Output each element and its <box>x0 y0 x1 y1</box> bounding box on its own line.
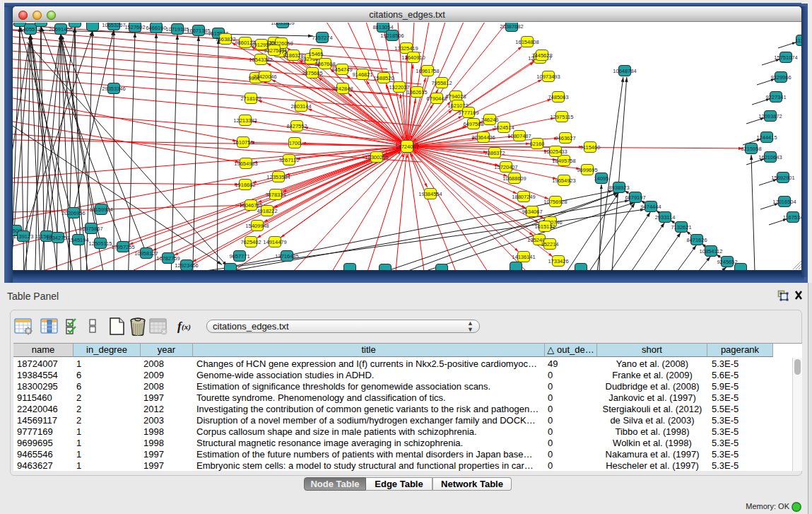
svg-text:9634067: 9634067 <box>522 209 542 215</box>
svg-text:16154808: 16154808 <box>515 39 539 45</box>
svg-text:1588520: 1588520 <box>373 75 394 81</box>
svg-text:19218506: 19218506 <box>380 33 404 39</box>
svg-text:13716485: 13716485 <box>275 253 298 259</box>
svg-text:14136141: 14136141 <box>512 254 535 260</box>
svg-text:1624514: 1624514 <box>493 124 514 131</box>
svg-text:12213382: 12213382 <box>233 117 257 124</box>
svg-text:17016504: 17016504 <box>772 199 796 205</box>
svg-text:12353584: 12353584 <box>266 174 290 180</box>
svg-text:23420046: 23420046 <box>253 74 276 80</box>
svg-text:7625402: 7625402 <box>240 239 261 245</box>
svg-text:10973493: 10973493 <box>536 74 560 80</box>
svg-text:8427552: 8427552 <box>286 123 307 129</box>
svg-text:18807249: 18807249 <box>512 194 535 200</box>
svg-text:1362615: 1362615 <box>406 89 427 95</box>
svg-text:19384554: 19384554 <box>418 191 442 197</box>
svg-text:2803144: 2803144 <box>290 103 311 110</box>
svg-text:10807487: 10807487 <box>507 133 531 139</box>
svg-text:(x): (x) <box>182 322 191 332</box>
svg-text:19654983: 19654983 <box>234 160 257 167</box>
svg-text:152214: 152214 <box>541 241 558 247</box>
svg-text:15751074: 15751074 <box>774 54 797 61</box>
svg-text:1615132: 1615132 <box>534 223 555 230</box>
svg-text:29353346: 29353346 <box>102 86 125 92</box>
svg-text:9115460: 9115460 <box>580 144 601 151</box>
svg-text:1244415: 1244415 <box>756 134 777 141</box>
svg-text:14095: 14095 <box>594 175 609 182</box>
svg-text:1916682: 1916682 <box>235 182 255 188</box>
svg-text:14914479: 14914479 <box>263 239 286 245</box>
svg-text:3267110: 3267110 <box>279 157 300 163</box>
svg-text:11172: 11172 <box>795 37 801 44</box>
svg-text:8813054: 8813054 <box>372 24 393 30</box>
svg-text:12342757: 12342757 <box>46 235 69 241</box>
svg-text:9227341: 9227341 <box>765 94 786 100</box>
svg-text:6794028: 6794028 <box>445 93 466 100</box>
svg-text:9329966: 9329966 <box>770 74 791 81</box>
svg-text:3878334: 3878334 <box>265 192 286 198</box>
svg-text:15692901: 15692901 <box>771 175 794 181</box>
svg-text:10033809: 10033809 <box>271 23 294 26</box>
svg-text:10782759: 10782759 <box>156 255 180 262</box>
svg-text:16210643: 16210643 <box>758 154 782 160</box>
svg-text:20387682: 20387682 <box>500 23 523 30</box>
svg-text:10025433: 10025433 <box>543 148 567 155</box>
svg-text:20364436: 20364436 <box>471 134 495 141</box>
svg-text:7357274: 7357274 <box>312 35 332 41</box>
svg-text:12923466: 12923466 <box>175 262 198 269</box>
svg-text:12159924: 12159924 <box>89 206 112 213</box>
svg-text:15720407: 15720407 <box>494 164 517 170</box>
svg-text:10958127: 10958127 <box>134 250 158 257</box>
svg-text:7132621: 7132621 <box>671 224 691 230</box>
svg-text:10653267: 10653267 <box>102 23 125 28</box>
svg-text:10688609: 10688609 <box>502 175 526 182</box>
svg-text:4918222: 4918222 <box>257 208 277 214</box>
svg-text:20206956: 20206956 <box>61 210 85 216</box>
svg-text:10648784: 10648784 <box>613 68 636 74</box>
svg-text:6790448: 6790448 <box>426 95 447 102</box>
svg-text:7485063: 7485063 <box>548 94 568 100</box>
svg-text:6879197: 6879197 <box>625 194 645 201</box>
svg-text:12505115: 12505115 <box>89 240 112 247</box>
svg-text:10756928: 10756928 <box>543 199 567 205</box>
svg-text:12975115: 12975115 <box>551 114 574 120</box>
svg-text:20691406: 20691406 <box>49 26 72 33</box>
svg-text:1545194: 1545194 <box>68 237 88 243</box>
svg-text:1733426: 1733426 <box>548 258 568 264</box>
svg-text:7663822: 7663822 <box>215 36 235 42</box>
svg-text:1700: 1700 <box>289 140 301 146</box>
svg-text:16961758: 16961758 <box>416 68 439 74</box>
svg-text:1167534: 1167534 <box>783 214 801 221</box>
svg-text:2718109: 2718109 <box>240 95 261 102</box>
svg-text:8938923: 8938923 <box>608 185 629 191</box>
svg-text:15409948: 15409948 <box>245 223 269 229</box>
svg-text:1139123: 1139123 <box>13 233 34 240</box>
svg-text:7445628: 7445628 <box>531 52 552 59</box>
svg-text:6466160: 6466160 <box>146 25 166 31</box>
svg-text:7955812: 7955812 <box>431 80 452 86</box>
svg-text:9657771: 9657771 <box>229 253 249 259</box>
svg-text:8471626: 8471626 <box>686 237 707 243</box>
svg-text:13325419: 13325419 <box>394 45 418 52</box>
svg-text:15465: 15465 <box>309 51 324 57</box>
svg-text:3875685: 3875685 <box>302 70 322 76</box>
svg-text:12093872: 12093872 <box>758 113 782 119</box>
svg-text:19654923: 19654923 <box>552 177 575 184</box>
svg-text:18495758: 18495758 <box>552 158 575 164</box>
svg-text:1527602: 1527602 <box>124 24 145 30</box>
svg-text:8215958: 8215958 <box>741 146 761 152</box>
svg-text:9327509: 9327509 <box>264 47 284 54</box>
svg-text:2933114: 2933114 <box>655 214 676 221</box>
svg-text:9699695: 9699695 <box>577 167 597 173</box>
svg-text:17957255: 17957255 <box>111 244 134 250</box>
svg-text:9777169: 9777169 <box>458 110 478 116</box>
svg-text:9245652: 9245652 <box>717 259 737 265</box>
svg-text:10719185: 10719185 <box>165 26 189 33</box>
svg-text:9463627: 9463627 <box>555 135 575 141</box>
svg-text:9146821: 9146821 <box>352 71 372 78</box>
svg-text:62160: 62160 <box>530 141 545 147</box>
svg-text:18724007: 18724007 <box>395 144 418 150</box>
svg-text:16543382: 16543382 <box>249 57 272 63</box>
svg-text:8454749: 8454749 <box>331 66 352 73</box>
svg-text:9474444: 9474444 <box>640 204 661 210</box>
